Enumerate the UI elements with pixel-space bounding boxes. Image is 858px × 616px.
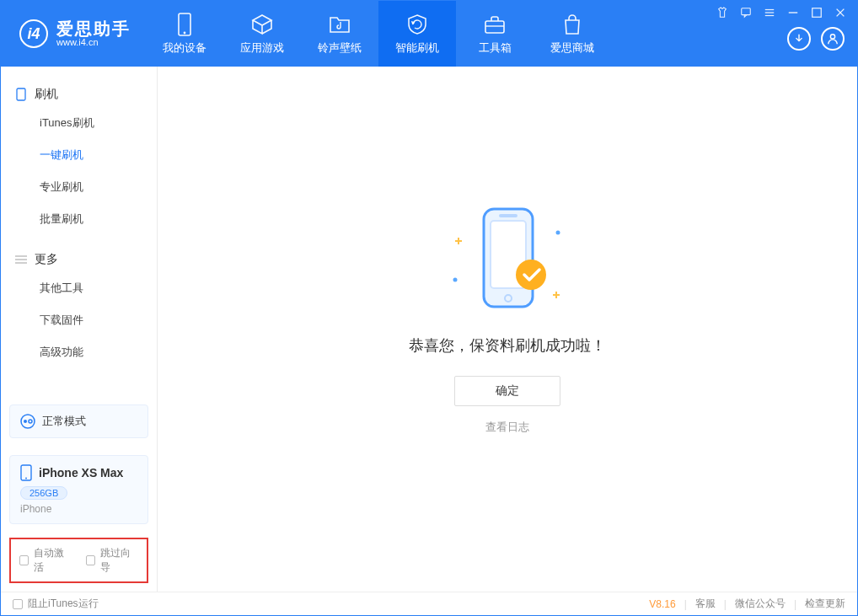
mode-label: 正常模式 [42,414,86,429]
wechat-link[interactable]: 微信公众号 [735,597,786,611]
menu-icon[interactable] [762,5,777,20]
nav-label: 我的设备 [163,40,206,56]
phone-icon [176,13,193,36]
device-type: iPhone [20,503,137,515]
svg-rect-30 [499,214,517,217]
nav-label: 工具箱 [479,40,512,56]
nav-device[interactable]: 我的设备 [146,1,223,67]
device-icon [20,464,32,481]
account-button[interactable] [821,27,845,51]
view-log-link[interactable]: 查看日志 [485,420,529,435]
nav-toolbox[interactable]: 工具箱 [456,1,534,67]
window-controls [715,5,848,20]
nav-label: 应用游戏 [240,40,284,56]
device-card[interactable]: iPhone XS Max 256GB iPhone [9,455,148,524]
ok-button[interactable]: 确定 [454,376,560,406]
footer: 阻止iTunes运行 V8.16 | 客服 | 微信公众号 | 检查更新 [1,592,857,615]
main-nav: 我的设备 应用游戏 铃声壁纸 智能刷机 工具箱 [146,1,611,67]
success-message: 恭喜您，保资料刷机成功啦！ [409,335,606,356]
nav-label: 铃声壁纸 [318,40,362,56]
version-label: V8.16 [649,598,675,610]
sidebar-group-more: 更多 [1,247,157,272]
app-name: 爱思助手 [56,20,131,37]
svg-rect-2 [485,21,504,33]
auto-activate-checkbox[interactable]: 自动激活 [19,546,72,575]
phone-outline-icon [14,88,28,101]
svg-rect-13 [17,88,25,100]
checkbox-icon [19,555,29,565]
svg-point-25 [453,277,458,281]
highlight-options: 自动激活 跳过向导 [9,538,148,583]
logo-text: 爱思助手 www.i4.cn [56,20,131,47]
app-logo: i4 爱思助手 www.i4.cn [1,1,146,67]
nav-ringtone[interactable]: 铃声壁纸 [301,1,378,67]
sidebar-item-pro[interactable]: 专业刷机 [1,171,157,203]
svg-rect-9 [812,8,822,18]
checkbox-label: 跳过向导 [100,546,138,575]
svg-point-19 [29,420,32,423]
phone-success-illustration [440,199,575,317]
group-title: 刷机 [35,87,58,102]
logo-badge-icon: i4 [19,19,48,48]
main-content: 恭喜您，保资料刷机成功啦！ 确定 查看日志 [158,67,857,592]
download-button[interactable] [787,27,811,51]
device-name: iPhone XS Max [39,466,123,479]
update-link[interactable]: 检查更新 [805,597,845,611]
sidebar: 刷机 iTunes刷机 一键刷机 专业刷机 批量刷机 更多 其他工具 下载固件 … [1,67,158,592]
minimize-icon[interactable] [786,5,801,20]
nav-label: 智能刷机 [395,40,439,56]
list-icon [14,253,28,266]
top-bar: i4 爱思助手 www.i4.cn 我的设备 应用游戏 铃声壁纸 [1,1,857,67]
tshirt-icon[interactable] [715,5,730,20]
nav-apps[interactable]: 应用游戏 [223,1,301,67]
cube-icon [251,13,273,36]
sidebar-item-other[interactable]: 其他工具 [1,272,157,304]
checkbox-icon [86,555,95,565]
mode-card[interactable]: 正常模式 [9,404,148,438]
svg-point-32 [516,260,546,290]
skip-guide-checkbox[interactable]: 跳过向导 [86,546,139,575]
sidebar-item-itunes[interactable]: iTunes刷机 [1,107,157,139]
group-title: 更多 [35,252,58,267]
svg-point-1 [184,31,186,34]
svg-rect-4 [742,8,751,15]
svg-point-21 [25,478,27,479]
support-link[interactable]: 客服 [695,597,716,611]
sidebar-item-firmware[interactable]: 下载固件 [1,304,157,336]
close-icon[interactable] [833,5,848,20]
sidebar-group-flash: 刷机 [1,82,157,107]
top-right-actions [787,27,845,51]
svg-point-18 [24,420,27,423]
sidebar-item-onekey[interactable]: 一键刷机 [1,139,157,171]
device-storage: 256GB [20,486,67,500]
app-url: www.i4.cn [56,37,131,47]
nav-store[interactable]: 爱思商城 [534,1,611,67]
sidebar-item-batch[interactable]: 批量刷机 [1,203,157,235]
checkbox-label: 阻止iTunes运行 [28,597,99,611]
nav-flash[interactable]: 智能刷机 [378,1,456,67]
bag-icon [562,13,582,36]
block-itunes-checkbox[interactable]: 阻止iTunes运行 [13,597,99,611]
checkbox-icon [13,599,23,609]
refresh-shield-icon [406,13,428,36]
svg-point-24 [556,230,560,234]
toolbox-icon [484,13,506,36]
svg-point-12 [830,35,834,39]
sidebar-item-advanced[interactable]: 高级功能 [1,336,157,368]
nav-label: 爱思商城 [550,40,594,56]
maximize-icon[interactable] [809,5,824,20]
music-folder-icon [329,13,351,36]
mode-status-icon [20,414,35,429]
checkbox-label: 自动激活 [34,546,72,575]
feedback-icon[interactable] [738,5,753,20]
